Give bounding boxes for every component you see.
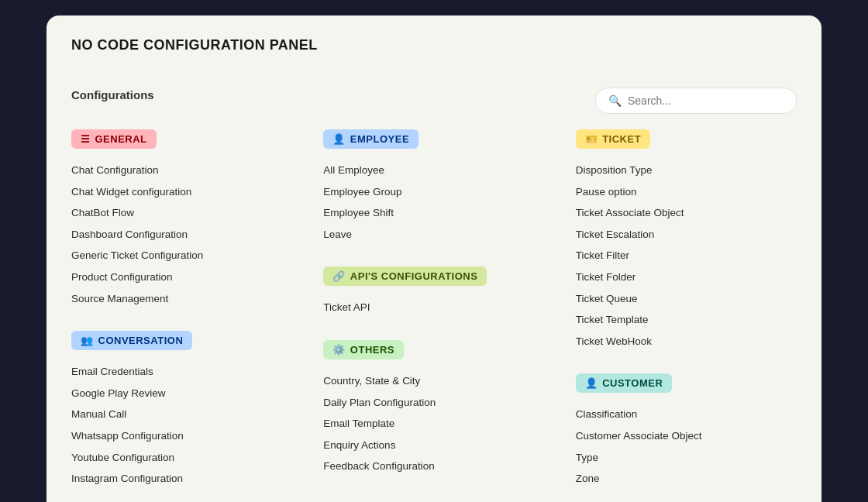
item-classification[interactable]: Classification xyxy=(576,404,797,425)
item-product-configuration[interactable]: Product Configuration xyxy=(71,266,292,288)
search-icon: 🔍 xyxy=(608,95,622,107)
badge-customer: 👤 CUSTOMER xyxy=(576,373,673,393)
item-whatsapp-configuration[interactable]: Whatsapp Configuration xyxy=(71,425,292,447)
item-generic-ticket-configuration[interactable]: Generic Ticket Configuration xyxy=(71,245,292,266)
item-leave[interactable]: Leave xyxy=(323,224,544,246)
item-type[interactable]: Type xyxy=(576,447,797,469)
general-label: GENERAL xyxy=(95,133,147,145)
item-disposition-type[interactable]: Disposition Type xyxy=(576,160,797,181)
badge-ticket: 🎫 TICKET xyxy=(576,129,650,149)
general-icon: ☰ xyxy=(81,133,91,145)
column-1: 👤 EMPLOYEE All Employee Employee Group E… xyxy=(323,129,544,502)
category-conversation: 👥 CONVERSATION Email Credentials Google … xyxy=(71,331,292,490)
item-employee-shift[interactable]: Employee Shift xyxy=(323,202,544,224)
employee-icon: 👤 xyxy=(332,133,346,145)
item-ticket-filter[interactable]: Ticket Filter xyxy=(576,245,797,266)
ticket-items: Disposition Type Pause option Ticket Ass… xyxy=(576,160,797,352)
top-bar: NO CODE CONFIGURATION PANEL xyxy=(71,37,797,72)
badge-employee: 👤 EMPLOYEE xyxy=(323,129,418,149)
category-customer: 👤 CUSTOMER Classification Customer Assoc… xyxy=(576,373,797,489)
panel-title: NO CODE CONFIGURATION PANEL xyxy=(71,37,318,53)
category-general: ☰ GENERAL Chat Configuration Chat Widget… xyxy=(71,129,292,309)
employee-label: EMPLOYEE xyxy=(350,133,409,145)
item-google-play-review[interactable]: Google Play Review xyxy=(71,383,292,404)
category-others: ⚙️ OTHERS Country, State & City Daily Pl… xyxy=(323,340,544,477)
badge-apis: 🔗 API'S CONFIGURATIONS xyxy=(323,266,487,286)
column-0: ☰ GENERAL Chat Configuration Chat Widget… xyxy=(71,129,292,502)
item-zone[interactable]: Zone xyxy=(576,468,797,490)
badge-others: ⚙️ OTHERS xyxy=(323,340,404,359)
columns-layout: ☰ GENERAL Chat Configuration Chat Widget… xyxy=(71,129,797,502)
apis-label: API'S CONFIGURATIONS xyxy=(350,270,478,282)
item-enquiry-actions[interactable]: Enquiry Actions xyxy=(323,435,544,456)
item-ticket-associate-object[interactable]: Ticket Associate Object xyxy=(576,202,797,224)
item-email-template[interactable]: Email Template xyxy=(323,413,544,435)
others-items: Country, State & City Daily Plan Configu… xyxy=(323,370,544,477)
item-email-credentials[interactable]: Email Credentials xyxy=(71,361,292,383)
item-ticket-queue[interactable]: Ticket Queue xyxy=(576,288,797,310)
category-apis: 🔗 API'S CONFIGURATIONS Ticket API xyxy=(323,266,544,318)
conversation-icon: 👥 xyxy=(81,335,94,346)
main-panel: NO CODE CONFIGURATION PANEL Configuratio… xyxy=(46,15,822,502)
search-box[interactable]: 🔍 xyxy=(595,88,797,114)
item-youtube-configuration[interactable]: Youtube Configuration xyxy=(71,447,292,469)
item-dashboard-configuration[interactable]: Dashboard Configuration xyxy=(71,224,292,246)
item-daily-plan-configuration[interactable]: Daily Plan Configuration xyxy=(323,392,544,414)
item-feedback-configuration[interactable]: Feedback Configuration xyxy=(323,456,544,477)
apis-items: Ticket API xyxy=(323,297,544,318)
category-employee: 👤 EMPLOYEE All Employee Employee Group E… xyxy=(323,129,544,245)
item-employee-group[interactable]: Employee Group xyxy=(323,181,544,203)
ticket-label: TICKET xyxy=(602,133,641,145)
others-label: OTHERS xyxy=(350,344,394,356)
item-ticket-folder[interactable]: Ticket Folder xyxy=(576,266,797,288)
item-chatbot-flow[interactable]: ChatBot Flow xyxy=(71,202,292,224)
search-input[interactable] xyxy=(628,95,784,107)
badge-conversation: 👥 CONVERSATION xyxy=(71,331,192,350)
configurations-label: Configurations xyxy=(71,88,154,101)
apis-icon: 🔗 xyxy=(332,270,346,282)
customer-items: Classification Customer Associate Object… xyxy=(576,404,797,489)
item-pause-option[interactable]: Pause option xyxy=(576,181,797,203)
item-manual-call[interactable]: Manual Call xyxy=(71,404,292,425)
column-2: 🎫 TICKET Disposition Type Pause option T… xyxy=(576,129,797,502)
customer-icon: 👤 xyxy=(585,377,598,389)
others-icon: ⚙️ xyxy=(332,344,346,356)
item-country-state-city[interactable]: Country, State & City xyxy=(323,370,544,392)
item-ticket-webhook[interactable]: Ticket WebHook xyxy=(576,331,797,352)
item-chat-widget-configuration[interactable]: Chat Widget configuration xyxy=(71,181,292,203)
item-ticket-api[interactable]: Ticket API xyxy=(323,297,544,318)
item-source-management[interactable]: Source Management xyxy=(71,288,292,310)
conversation-label: CONVERSATION xyxy=(98,335,184,346)
ticket-icon: 🎫 xyxy=(585,133,598,145)
item-instagram-configuration[interactable]: Instagram Configuration xyxy=(71,468,292,490)
customer-label: CUSTOMER xyxy=(602,377,663,389)
general-items: Chat Configuration Chat Widget configura… xyxy=(71,160,292,309)
conversation-items: Email Credentials Google Play Review Man… xyxy=(71,361,292,490)
category-ticket: 🎫 TICKET Disposition Type Pause option T… xyxy=(576,129,797,352)
item-customer-associate-object[interactable]: Customer Associate Object xyxy=(576,425,797,447)
item-ticket-escalation[interactable]: Ticket Escalation xyxy=(576,224,797,246)
badge-general: ☰ GENERAL xyxy=(71,129,157,149)
item-ticket-template[interactable]: Ticket Template xyxy=(576,309,797,331)
item-all-employee[interactable]: All Employee xyxy=(323,160,544,181)
employee-items: All Employee Employee Group Employee Shi… xyxy=(323,160,544,245)
item-chat-configuration[interactable]: Chat Configuration xyxy=(71,160,292,181)
